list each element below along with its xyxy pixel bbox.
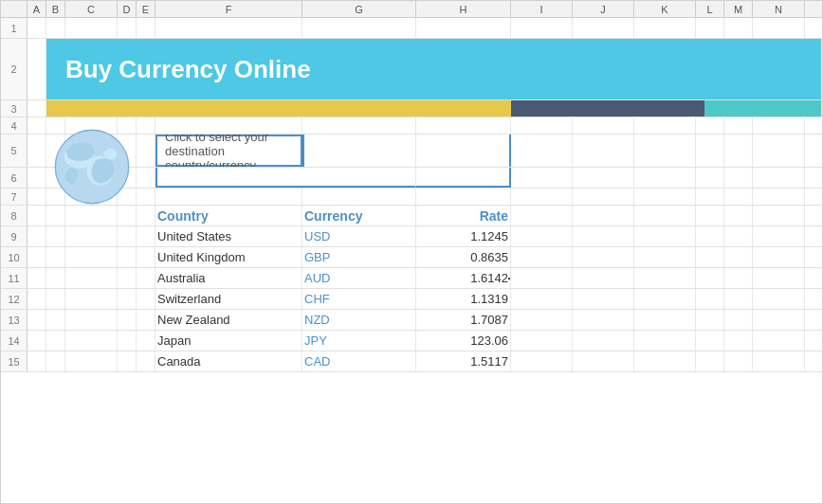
col-header-h[interactable]: H: [416, 1, 511, 17]
cell-m9[interactable]: [724, 226, 753, 246]
cell-i13[interactable]: [511, 310, 573, 330]
cell-m5[interactable]: [724, 135, 753, 167]
cell-j5[interactable]: [573, 135, 634, 167]
cell-e1[interactable]: [137, 18, 155, 38]
cell-h4[interactable]: [416, 117, 511, 134]
cell-j10[interactable]: [573, 247, 634, 267]
cell-l9[interactable]: [696, 226, 724, 246]
cell-m11[interactable]: [724, 268, 753, 288]
rate-cell-11[interactable]: 1.6142 ✛: [416, 268, 511, 288]
col-header-d[interactable]: D: [118, 1, 137, 17]
cell-h7[interactable]: [416, 189, 511, 205]
rate-cell-14[interactable]: 123.06: [416, 331, 511, 351]
cell-l10[interactable]: [696, 247, 724, 267]
cell-n15[interactable]: [753, 351, 805, 371]
rate-cell-10[interactable]: 0.8635: [416, 247, 511, 267]
cell-l4[interactable]: [696, 117, 724, 134]
cell-l11[interactable]: [696, 268, 724, 288]
cell-h5[interactable]: [416, 135, 511, 167]
cell-j7[interactable]: [573, 189, 634, 205]
cell-m6[interactable]: [724, 168, 753, 188]
cell-i5[interactable]: [511, 135, 573, 167]
cell-a7[interactable]: [27, 189, 46, 205]
cell-i1[interactable]: [511, 18, 573, 38]
currency-cell-10[interactable]: GBP: [302, 247, 416, 267]
cell-n8[interactable]: [753, 206, 805, 225]
col-header-e[interactable]: E: [137, 1, 155, 17]
cell-i6[interactable]: [511, 168, 573, 188]
rate-cell-12[interactable]: 1.1319: [416, 289, 511, 309]
cell-j13[interactable]: [573, 310, 634, 330]
currency-cell-13[interactable]: NZD: [302, 310, 416, 330]
cell-l15[interactable]: [696, 351, 724, 371]
cell-l12[interactable]: [696, 289, 724, 309]
cell-i11[interactable]: [511, 268, 573, 288]
cell-a2[interactable]: [27, 39, 46, 99]
country-cell-14[interactable]: Japan: [155, 331, 302, 351]
cell-l8[interactable]: [696, 206, 724, 225]
cell-b1[interactable]: [46, 18, 65, 38]
col-header-j[interactable]: J: [573, 1, 634, 17]
cell-k5[interactable]: [634, 135, 696, 167]
cell-j15[interactable]: [573, 351, 634, 371]
cell-i12[interactable]: [511, 289, 573, 309]
cell-g7[interactable]: [302, 189, 416, 205]
cell-a10[interactable]: [27, 247, 46, 267]
cell-a6[interactable]: [27, 168, 46, 188]
cell-g5[interactable]: [302, 135, 416, 167]
cell-i7[interactable]: [511, 189, 573, 205]
currency-cell-15[interactable]: CAD: [302, 351, 416, 371]
cell-j12[interactable]: [573, 289, 634, 309]
col-header-l[interactable]: L: [696, 1, 724, 17]
cell-k8[interactable]: [634, 206, 696, 225]
cell-n11[interactable]: [753, 268, 805, 288]
cell-j8[interactable]: [573, 206, 634, 225]
cell-n5[interactable]: [753, 135, 805, 167]
cell-n10[interactable]: [753, 247, 805, 267]
cell-l13[interactable]: [696, 310, 724, 330]
cell-k6[interactable]: [634, 168, 696, 188]
cell-j11[interactable]: [573, 268, 634, 288]
cell-a8[interactable]: [27, 206, 46, 225]
cell-f7[interactable]: [155, 189, 302, 205]
cell-f6-select-bottom[interactable]: [155, 168, 302, 188]
cell-j4[interactable]: [573, 117, 634, 134]
cell-i15[interactable]: [511, 351, 573, 371]
cell-f1[interactable]: [155, 18, 302, 38]
cell-i4[interactable]: [511, 117, 573, 134]
country-cell-13[interactable]: New Zealand: [155, 310, 302, 330]
cell-k13[interactable]: [634, 310, 696, 330]
cell-i8[interactable]: [511, 206, 573, 225]
cell-m7[interactable]: [724, 189, 753, 205]
country-cell-15[interactable]: Canada: [155, 351, 302, 371]
cell-a9[interactable]: [27, 226, 46, 246]
cell-i10[interactable]: [511, 247, 573, 267]
cell-a4[interactable]: [27, 117, 46, 134]
cell-m15[interactable]: [724, 351, 753, 371]
cell-m1[interactable]: [724, 18, 753, 38]
cell-m14[interactable]: [724, 331, 753, 351]
cell-k7[interactable]: [634, 189, 696, 205]
currency-cell-9[interactable]: USD: [302, 226, 416, 246]
cell-g1[interactable]: [302, 18, 416, 38]
cell-n14[interactable]: [753, 331, 805, 351]
cell-i9[interactable]: [511, 226, 573, 246]
cell-l7[interactable]: [696, 189, 724, 205]
cell-n13[interactable]: [753, 310, 805, 330]
rate-cell-13[interactable]: 1.7087: [416, 310, 511, 330]
currency-cell-14[interactable]: JPY: [302, 331, 416, 351]
col-header-b[interactable]: B: [46, 1, 65, 17]
cell-a13[interactable]: [27, 310, 46, 330]
destination-select[interactable]: Click to select your destination country…: [155, 135, 302, 167]
cell-m12[interactable]: [724, 289, 753, 309]
currency-cell-12[interactable]: CHF: [302, 289, 416, 309]
cell-j9[interactable]: [573, 226, 634, 246]
cell-a12[interactable]: [27, 289, 46, 309]
cell-a1[interactable]: [27, 18, 46, 38]
cell-a11[interactable]: [27, 268, 46, 288]
col-header-n[interactable]: N: [753, 1, 805, 17]
col-header-m[interactable]: M: [724, 1, 753, 17]
cell-k1[interactable]: [634, 18, 696, 38]
cell-l5[interactable]: [696, 135, 724, 167]
cell-g6[interactable]: [302, 168, 416, 188]
